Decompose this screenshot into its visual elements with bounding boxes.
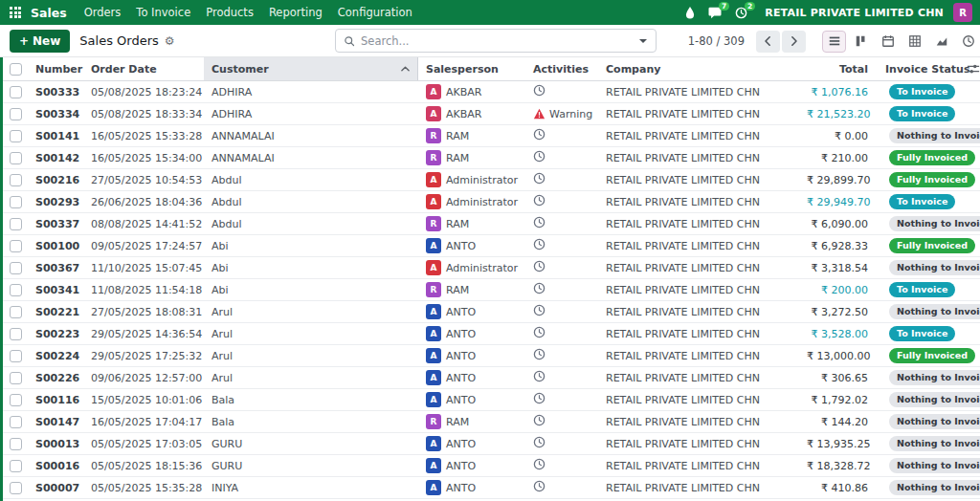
activity-clock-icon[interactable] xyxy=(533,172,546,187)
apps-menu-icon[interactable] xyxy=(10,7,21,18)
activity-clock-icon[interactable] xyxy=(533,216,546,231)
header-activities[interactable]: Activities xyxy=(525,57,598,80)
kanban-view-button[interactable] xyxy=(849,31,873,53)
row-checkbox[interactable] xyxy=(10,86,22,98)
activity-clock-icon[interactable] xyxy=(533,150,546,165)
menu-to-invoice[interactable]: To Invoice xyxy=(136,6,190,19)
activity-cell[interactable] xyxy=(525,216,598,231)
row-checkbox[interactable] xyxy=(10,416,22,428)
table-row[interactable]: S00334 05/08/2025 18:33:34 ADHIRA A AKBA… xyxy=(3,103,980,125)
menu-products[interactable]: Products xyxy=(206,6,254,19)
activity-cell[interactable] xyxy=(525,304,598,319)
table-row[interactable]: S00333 05/08/2025 18:23:24 ADHIRA A AKBA… xyxy=(3,81,980,103)
activity-cell[interactable] xyxy=(525,392,598,407)
table-row[interactable]: S00216 27/05/2025 10:54:53 Abdul A Admin… xyxy=(3,169,980,191)
activity-cell[interactable]: Warning xyxy=(525,108,598,120)
list-view-button[interactable] xyxy=(822,31,846,53)
activity-cell[interactable] xyxy=(525,128,598,143)
table-row[interactable]: S00142 16/05/2025 15:34:00 ANNAMALAI R R… xyxy=(3,147,980,169)
app-name[interactable]: Sales xyxy=(31,6,67,20)
activity-clock-icon[interactable] xyxy=(533,128,546,143)
select-all-checkbox[interactable] xyxy=(10,63,22,76)
activity-clock-icon[interactable] xyxy=(533,238,546,253)
activity-clock-icon[interactable] xyxy=(533,480,546,495)
row-checkbox[interactable] xyxy=(10,372,22,384)
pager-previous-button[interactable] xyxy=(756,31,780,53)
activity-cell[interactable] xyxy=(525,326,598,341)
row-checkbox[interactable] xyxy=(10,152,22,164)
activity-cell[interactable] xyxy=(525,282,598,297)
activity-cell[interactable] xyxy=(525,480,598,495)
table-row[interactable]: S00116 15/05/2025 10:01:06 Bala A ANTO R… xyxy=(3,389,980,411)
row-checkbox[interactable] xyxy=(10,482,22,494)
messages-icon[interactable]: 7 xyxy=(708,7,722,19)
user-avatar[interactable]: R xyxy=(953,3,972,22)
table-row[interactable]: S00100 09/05/2025 17:24:57 Abi A ANTO RE… xyxy=(3,235,980,257)
activity-cell[interactable] xyxy=(525,172,598,187)
row-checkbox[interactable] xyxy=(10,262,22,274)
activity-view-button[interactable] xyxy=(956,31,980,53)
activity-cell[interactable] xyxy=(525,348,598,363)
activity-cell[interactable] xyxy=(525,436,598,451)
table-row[interactable]: S00016 05/05/2025 18:15:36 GURU A ANTO R… xyxy=(3,455,980,477)
search-input[interactable] xyxy=(361,34,631,48)
table-row[interactable]: S00221 27/05/2025 18:08:31 Arul A ANTO R… xyxy=(3,301,980,323)
search-dropdown-toggle[interactable] xyxy=(631,30,656,52)
row-checkbox[interactable] xyxy=(10,240,22,252)
menu-reporting[interactable]: Reporting xyxy=(269,6,323,19)
activity-clock-icon[interactable] xyxy=(533,304,546,319)
activities-icon[interactable]: 2 xyxy=(735,7,747,19)
row-checkbox[interactable] xyxy=(10,438,22,450)
activity-cell[interactable] xyxy=(525,238,598,253)
activity-clock-icon[interactable] xyxy=(533,392,546,407)
gear-icon[interactable]: ⚙ xyxy=(165,34,175,48)
activity-clock-icon[interactable] xyxy=(533,84,546,99)
activity-clock-icon[interactable] xyxy=(533,260,546,275)
row-checkbox[interactable] xyxy=(10,130,22,142)
pager-next-button[interactable] xyxy=(782,31,806,53)
table-row[interactable]: S00293 26/06/2025 18:04:36 Abdul A Admin… xyxy=(3,191,980,213)
menu-configuration[interactable]: Configuration xyxy=(338,6,412,19)
row-checkbox[interactable] xyxy=(10,350,22,362)
activity-cell[interactable] xyxy=(525,194,598,209)
activity-cell[interactable] xyxy=(525,150,598,165)
row-checkbox[interactable] xyxy=(10,284,22,296)
header-salesperson[interactable]: Salesperson xyxy=(418,57,525,80)
header-invoice-status[interactable]: Invoice Status xyxy=(878,57,980,80)
graph-view-button[interactable] xyxy=(929,31,953,53)
optional-columns-icon[interactable] xyxy=(967,62,980,78)
row-checkbox[interactable] xyxy=(10,108,22,120)
header-total[interactable]: Total xyxy=(799,57,878,80)
activity-clock-icon[interactable] xyxy=(533,436,546,451)
menu-orders[interactable]: Orders xyxy=(84,6,122,19)
activity-clock-icon[interactable] xyxy=(533,458,546,473)
new-button[interactable]: + New xyxy=(10,30,70,53)
header-order-date[interactable]: Order Date xyxy=(83,57,204,80)
table-row[interactable]: S00147 16/05/2025 17:04:17 Bala R RAM RE… xyxy=(3,411,980,433)
header-customer[interactable]: Customer xyxy=(204,57,418,80)
calendar-view-button[interactable] xyxy=(876,31,900,53)
table-row[interactable]: S00141 16/05/2025 15:33:28 ANNAMALAI R R… xyxy=(3,125,980,147)
company-switcher[interactable]: RETAIL PRIVATE LIMITED CHN xyxy=(765,7,944,19)
activity-cell[interactable] xyxy=(525,414,598,429)
header-company[interactable]: Company xyxy=(598,57,799,80)
activity-clock-icon[interactable] xyxy=(533,370,546,385)
table-row[interactable]: S00367 11/10/2025 15:07:45 Abi A Adminis… xyxy=(3,257,980,279)
activity-clock-icon[interactable] xyxy=(533,282,546,297)
droplet-icon[interactable] xyxy=(685,7,695,19)
activity-cell[interactable] xyxy=(525,84,598,99)
activity-warning[interactable]: Warning xyxy=(533,108,592,120)
pivot-view-button[interactable] xyxy=(902,31,926,53)
row-checkbox[interactable] xyxy=(10,174,22,186)
table-row[interactable]: S00337 08/08/2025 14:41:52 Abdul R RAM R… xyxy=(3,213,980,235)
row-checkbox[interactable] xyxy=(10,460,22,472)
activity-cell[interactable] xyxy=(525,370,598,385)
activity-clock-icon[interactable] xyxy=(533,326,546,341)
activity-cell[interactable] xyxy=(525,260,598,275)
activity-clock-icon[interactable] xyxy=(533,348,546,363)
row-checkbox[interactable] xyxy=(10,394,22,406)
row-checkbox[interactable] xyxy=(10,218,22,230)
row-checkbox[interactable] xyxy=(10,196,22,208)
activity-clock-icon[interactable] xyxy=(533,414,546,429)
activity-clock-icon[interactable] xyxy=(533,194,546,209)
